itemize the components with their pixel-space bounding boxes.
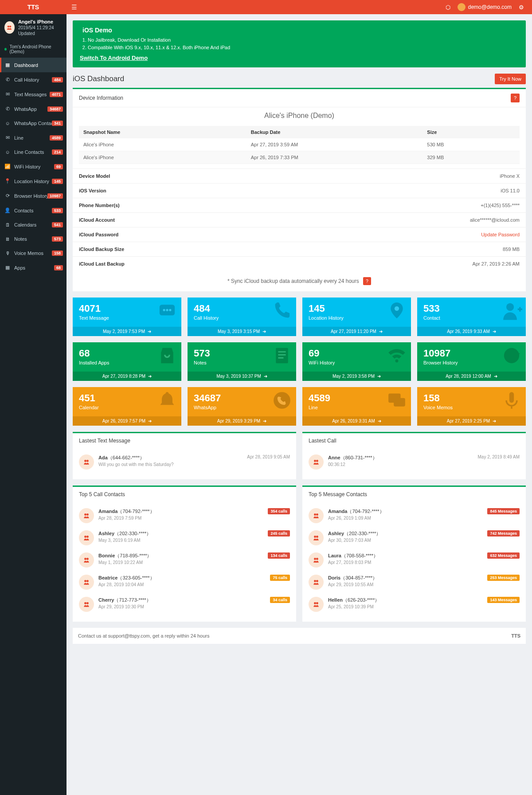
arrow-icon: ➜	[264, 374, 267, 379]
arrow-icon: ➜	[377, 374, 381, 379]
sidebar-item-contacts[interactable]: 👤Contacts533	[0, 203, 66, 218]
banner-line: No Jailbreak, Download Or Installation	[88, 36, 519, 44]
snapshot-table: Snapshot Name Backup Date Size Alice's i…	[79, 126, 520, 164]
sidebar-toggle[interactable]: ☰	[66, 0, 82, 14]
sidebar-item-browser-history[interactable]: ⟳Browser History10987	[0, 188, 66, 203]
nav-icon: ✆	[4, 77, 11, 82]
count-badge: 4071	[50, 92, 63, 97]
sidebar-item-call-history[interactable]: ✆Call History484	[0, 72, 66, 87]
refresh-icon	[501, 345, 522, 368]
snapshot-row[interactable]: Alice's iPhoneApr 27, 2019 3:59 AM530 MB	[79, 138, 520, 151]
wa-icon	[271, 390, 293, 412]
sidebar-item-wifi-history[interactable]: 📶WiFi History69	[0, 159, 66, 174]
device-info-value: iPhone X	[500, 173, 520, 179]
contact-item[interactable]: Laura（708-558-****）Apr 27, 2019 8:03 PM6…	[309, 549, 520, 571]
sidebar-item-line[interactable]: ✉Line4589	[0, 130, 66, 145]
count-tag: 632 Messages	[487, 552, 520, 559]
profile-updated: 2019/5/4 11:29:24 Updated	[18, 25, 62, 36]
arrow-icon: ➜	[148, 329, 151, 334]
count-tag: 354 calls	[268, 508, 290, 514]
device-info-row: iCloud Last BackupApr 27, 2019 2:26 AM	[73, 256, 526, 271]
tile-notes[interactable]: 573NotesMay 3, 2019 10:37 PM➜	[188, 342, 296, 381]
tile-location-history[interactable]: 145Location HistoryApr 27, 2019 11:20 PM…	[302, 298, 411, 336]
sidebar-item-apps[interactable]: ▦Apps68	[0, 260, 66, 275]
tile-browser-history[interactable]: 10987Browser HistoryApr 28, 2019 12:00 A…	[417, 342, 526, 381]
profile-block[interactable]: Angel's iPhone 2019/5/4 11:29:24 Updated	[0, 14, 66, 41]
latest-call-item[interactable]: Anne（860-731-****） 00:36:12 May 2, 2019 …	[309, 451, 520, 473]
sidebar-item-location-history[interactable]: 📍Location History145	[0, 174, 66, 188]
contact-item[interactable]: Beatrice（323-605-****）Apr 28, 2019 10:04…	[79, 571, 290, 593]
contact-avatar	[309, 552, 324, 568]
tile-line[interactable]: 4589LineApr 26, 2019 3:31 AM➜	[302, 387, 411, 426]
contact-item[interactable]: Hellen（626-203-****）Apr 25, 2019 10:39 P…	[309, 593, 520, 615]
arrow-icon: ➜	[378, 419, 381, 423]
sidebar-item-line-contacts[interactable]: ☺Line Contacts214	[0, 145, 66, 159]
android-icon[interactable]: ⬡	[446, 4, 450, 11]
device-info-row: iOS VersioniOS 11.0	[73, 183, 526, 198]
contact-item[interactable]: Ashley（202-330-****）May 3, 2019 6:19 AM2…	[79, 527, 290, 549]
sidebar-item-dashboard[interactable]: ▦Dashboard	[0, 58, 66, 72]
update-password-link[interactable]: Update Password	[481, 232, 520, 237]
demo-device-switch[interactable]: Tom's Android Phone (Demo)	[0, 41, 66, 58]
count-tag: 143 Messages	[487, 597, 520, 603]
sidebar-item-text-messages[interactable]: ✉Text Messages4071	[0, 87, 66, 102]
contact-item[interactable]: Amanda（704-792-****）Apr 28, 2019 7:59 PM…	[79, 505, 290, 527]
contact-item[interactable]: Cherry（712-773-****）Apr 29, 2019 10:30 P…	[79, 593, 290, 615]
sidebar-item-whatsapp-contacts[interactable]: ☺WhatsApp Contacts341	[0, 116, 66, 130]
nav-icon: ✉	[4, 135, 11, 141]
brand-logo[interactable]: TTS	[0, 4, 66, 11]
count-tag: 134 calls	[268, 552, 290, 559]
contact-avatar	[309, 530, 324, 545]
pin-icon	[386, 300, 407, 323]
tile-wifi-history[interactable]: 69WiFi HistoryMay 2, 2019 3:58 PM➜	[302, 342, 411, 381]
contact-item[interactable]: Amanda（704-792-****）Apr 26, 2019 1:09 AM…	[309, 505, 520, 527]
user-avatar	[458, 3, 466, 11]
count-tag: 34 calls	[270, 597, 290, 603]
latest-text-item[interactable]: Ada（644-662-****） Will you go out with m…	[79, 451, 290, 473]
sidebar-item-calendars[interactable]: 🗓Calendars541	[0, 218, 66, 232]
bag-icon	[156, 345, 178, 368]
sidebar-item-notes[interactable]: 🗎Notes573	[0, 232, 66, 246]
snapshot-row[interactable]: Alice's iPhoneApr 26, 2019 7:33 PM329 MB	[79, 151, 520, 164]
sync-note: * Sync iCloud backup data automatically …	[227, 278, 359, 284]
tile-installed-apps[interactable]: 68Installed AppsApr 27, 2019 8:28 PM➜	[73, 342, 181, 381]
help-icon[interactable]: ?	[511, 94, 520, 102]
arrow-icon: ➜	[493, 419, 496, 423]
device-info-value: iOS 11.0	[501, 188, 520, 193]
arrow-icon: ➜	[148, 374, 152, 379]
arrow-icon: ➜	[148, 419, 152, 423]
help-icon[interactable]: ?	[363, 277, 371, 285]
tile-contact[interactable]: 533ContactApr 26, 2019 9:33 AM➜	[417, 298, 526, 336]
device-info-row: iCloud PasswordUpdate Password	[73, 227, 526, 242]
try-it-now-button[interactable]: Try It Now	[495, 74, 526, 84]
user-menu[interactable]: demo@demo.com	[458, 3, 512, 11]
mic-icon	[501, 390, 522, 412]
chat-icon	[386, 390, 407, 412]
nav-icon: 📍	[4, 178, 11, 184]
msg-icon	[156, 300, 178, 323]
tile-call-history[interactable]: 484Call HistoryMay 3, 2019 3:15 PM➜	[188, 298, 296, 336]
tile-whatsapp[interactable]: 34687WhatsAppApr 29, 2019 3:29 PM➜	[188, 387, 296, 426]
contact-item[interactable]: Doris（304-857-****）Apr 29, 2019 10:55 AM…	[309, 571, 520, 593]
top-message-contacts-card: Top 5 Message Contacts Amanda（704-792-**…	[302, 486, 526, 622]
demo-banner: iOS Demo No Jailbreak, Download Or Insta…	[73, 20, 526, 67]
tile-calendar[interactable]: 451CalendarApr 26, 2019 7:57 PM➜	[73, 387, 181, 426]
sidebar-item-voice-memos[interactable]: 🎙Voice Memos158	[0, 246, 66, 260]
contact-item[interactable]: Ashley（202-330-****）Apr 30, 2019 7:03 AM…	[309, 527, 520, 549]
tile-text-message[interactable]: 4071Text MessageMay 2, 2019 7:53 PM➜	[73, 298, 181, 336]
settings-icon[interactable]: ⚙	[519, 4, 524, 11]
sidebar-item-whatsapp[interactable]: ✆WhatsApp34687	[0, 102, 66, 116]
switch-to-android-link[interactable]: Switch To Android Demo	[80, 55, 519, 61]
contact-avatar	[79, 575, 94, 590]
wifi-icon	[386, 345, 407, 368]
device-info-panel: Device Information ? Alice's iPhone (Dem…	[73, 88, 526, 291]
latest-text-card: Lastest Text Message Ada（644-662-****） W…	[73, 432, 296, 479]
nav-icon: ✉	[4, 91, 11, 97]
tile-voice-memos[interactable]: 158Voice MemosApr 27, 2019 2:25 PM➜	[417, 387, 526, 426]
contact-avatar	[79, 454, 94, 470]
device-info-value: alice******@icloud.com	[470, 217, 520, 223]
device-info-value: Apr 27, 2019 2:26 AM	[473, 261, 520, 266]
contact-item[interactable]: Bonnie（718-895-****）May 1, 2019 10:22 AM…	[79, 549, 290, 571]
contact-avatar	[79, 552, 94, 568]
contact-avatar	[309, 597, 324, 612]
